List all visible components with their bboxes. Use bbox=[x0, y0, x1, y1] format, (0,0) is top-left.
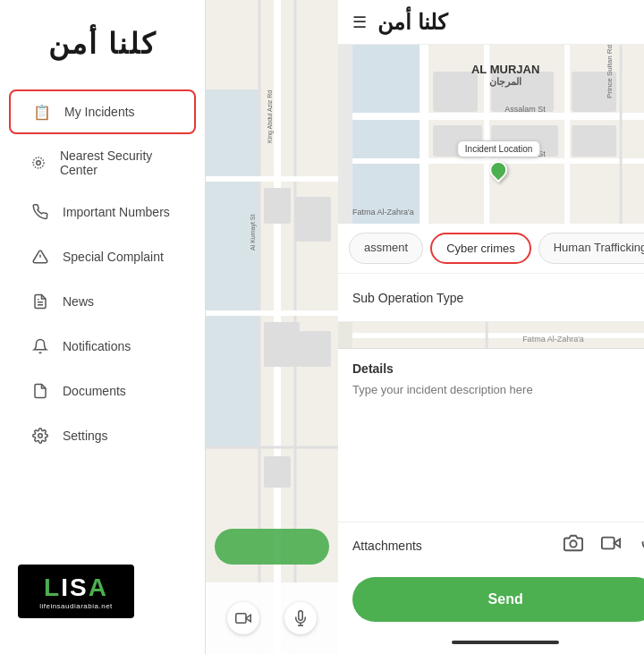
chevron-down-icon bbox=[640, 286, 644, 309]
svg-point-0 bbox=[37, 161, 41, 166]
notifications-icon bbox=[30, 336, 50, 356]
sidebar-item-label: News bbox=[63, 294, 94, 309]
special-complaint-icon bbox=[30, 247, 50, 267]
street-label-fatma: Fatma Al-Zahra'a bbox=[352, 208, 414, 217]
tab-cyber-crimes[interactable]: Cyber crimes bbox=[430, 233, 531, 264]
svg-point-1 bbox=[33, 157, 44, 168]
camera-icon[interactable] bbox=[564, 533, 583, 557]
sidebar-item-label: Settings bbox=[63, 429, 108, 443]
svg-rect-18 bbox=[300, 331, 331, 367]
sidebar-item-label: Nearest Security Center bbox=[60, 149, 174, 177]
sidebar-nav: 📋 My Incidents Nearest Security Center I… bbox=[0, 88, 205, 547]
sidebar-item-news[interactable]: News bbox=[9, 281, 196, 322]
svg-point-46 bbox=[571, 540, 577, 547]
svg-text:Assalam St: Assalam St bbox=[504, 105, 546, 114]
send-button[interactable]: Send bbox=[352, 577, 644, 622]
map-strip: Fatma Al-Zahra'a bbox=[338, 322, 644, 349]
map-bottom-bar bbox=[206, 582, 338, 654]
incident-pin bbox=[486, 157, 511, 183]
svg-rect-8 bbox=[206, 89, 259, 447]
important-numbers-icon bbox=[30, 202, 50, 222]
right-map: Assalam St Assalam St Prince Sultan Rd A… bbox=[338, 45, 644, 224]
sidebar: كلنا أمن 📋 My Incidents Nearest Security… bbox=[0, 0, 206, 654]
mic-icon[interactable] bbox=[639, 533, 644, 557]
sidebar-logo: كلنا أمن bbox=[0, 18, 205, 88]
sub-operation-dropdown[interactable]: Sub Operation Type bbox=[338, 274, 644, 322]
video-icon[interactable] bbox=[601, 533, 621, 557]
sidebar-item-notifications[interactable]: Notifications bbox=[9, 326, 196, 367]
sidebar-bottom: LISA lifeinsaudiarabia.net bbox=[0, 547, 205, 636]
sidebar-item-label: Notifications bbox=[63, 339, 131, 353]
sidebar-item-documents[interactable]: Documents bbox=[9, 370, 196, 412]
svg-rect-16 bbox=[295, 197, 331, 242]
news-icon bbox=[30, 292, 50, 311]
svg-rect-38 bbox=[572, 125, 616, 157]
sidebar-item-important-numbers[interactable]: Important Numbers bbox=[9, 191, 196, 233]
app-logo: كلنا أمن bbox=[48, 27, 157, 61]
home-indicator bbox=[338, 636, 644, 654]
incident-location-label: Incident Location bbox=[457, 140, 541, 157]
documents-icon bbox=[30, 381, 50, 401]
lisa-logo: LISA lifeinsaudiarabia.net bbox=[18, 565, 134, 618]
svg-text:Al Kumayt St: Al Kumayt St bbox=[250, 214, 257, 251]
tab-harassment[interactable]: assment bbox=[349, 233, 423, 264]
sidebar-item-settings[interactable]: Settings bbox=[9, 415, 196, 456]
sidebar-item-label: Special Complaint bbox=[63, 250, 164, 264]
home-bar bbox=[452, 641, 559, 644]
map-action-button[interactable] bbox=[215, 529, 329, 565]
svg-rect-19 bbox=[264, 456, 291, 488]
details-label: Details bbox=[352, 361, 644, 376]
settings-icon bbox=[30, 426, 50, 446]
tab-human-trafficking[interactable]: Human Trafficking bbox=[538, 233, 644, 264]
nearest-security-icon bbox=[30, 153, 47, 173]
svg-text:King Abdul Aziz Rd: King Abdul Aziz Rd bbox=[267, 90, 274, 143]
details-input[interactable] bbox=[352, 383, 644, 509]
incident-marker: Incident Location bbox=[457, 140, 541, 179]
sidebar-item-nearest-security[interactable]: Nearest Security Center bbox=[9, 138, 196, 188]
map-panel: King Abdul Aziz Rd Al Kumayt St bbox=[206, 0, 338, 654]
details-section: Details bbox=[338, 349, 644, 522]
attachments-row: Attachments bbox=[338, 522, 644, 568]
map-area-label: AL MURJAN المرجان bbox=[471, 63, 539, 88]
right-logo: كلنا أمن bbox=[377, 10, 447, 35]
svg-rect-22 bbox=[236, 614, 246, 624]
right-panel: ☰ كلنا أمن Assalam St Assalam St Prin bbox=[338, 0, 644, 654]
sidebar-item-label: Important Numbers bbox=[63, 205, 170, 219]
sidebar-item-my-incidents[interactable]: 📋 My Incidents bbox=[9, 89, 196, 134]
svg-text:Fatma Al-Zahra'a: Fatma Al-Zahra'a bbox=[522, 335, 584, 344]
svg-rect-15 bbox=[264, 188, 291, 224]
sidebar-item-label: Documents bbox=[63, 384, 126, 398]
sub-operation-label: Sub Operation Type bbox=[352, 291, 463, 305]
svg-rect-26 bbox=[352, 45, 424, 224]
svg-rect-47 bbox=[602, 538, 614, 549]
my-incidents-icon: 📋 bbox=[32, 102, 52, 122]
attachments-label: Attachments bbox=[352, 539, 546, 553]
svg-point-6 bbox=[38, 434, 43, 438]
operation-tabs: assment Cyber crimes Human Trafficking bbox=[338, 224, 644, 274]
map-camera-button[interactable] bbox=[227, 602, 259, 634]
svg-text:Prince Sultan Rd: Prince Sultan Rd bbox=[606, 45, 614, 98]
sidebar-item-special-complaint[interactable]: Special Complaint bbox=[9, 236, 196, 277]
svg-rect-17 bbox=[264, 322, 300, 367]
hamburger-button[interactable]: ☰ bbox=[352, 13, 367, 32]
right-header: ☰ كلنا أمن bbox=[338, 0, 644, 45]
sidebar-item-label: My Incidents bbox=[64, 105, 135, 119]
map-mic-button[interactable] bbox=[284, 602, 317, 634]
